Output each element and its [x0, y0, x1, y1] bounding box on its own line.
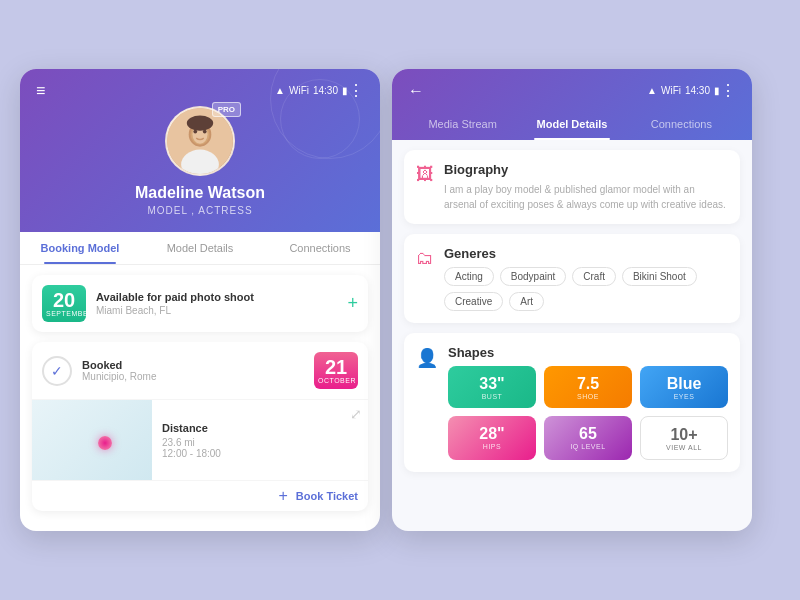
shapes-icon: 👤 — [416, 347, 438, 369]
right-tab-model-details[interactable]: Model Details — [517, 108, 626, 140]
right-time-display: 14:30 — [685, 85, 710, 96]
booking-card2-bottom: Distance 23.6 mi 12:00 - 18:00 ⤢ — [32, 399, 368, 480]
distance-value: 23.6 mi — [162, 437, 334, 448]
book-ticket-bar: + Book Ticket — [32, 480, 368, 511]
booked-info: Booked Municipio, Rome — [82, 359, 304, 382]
booking-card2-top: ✓ Booked Municipio, Rome 21 OCTOBER — [32, 342, 368, 399]
pro-badge: PRO — [212, 102, 241, 117]
tab-model-details[interactable]: Model Details — [140, 232, 260, 264]
genre-art[interactable]: Art — [509, 292, 544, 311]
add-booking-icon[interactable]: + — [347, 293, 358, 314]
right-status-bar: ▲ WiFi 14:30 ▮ — [647, 85, 720, 96]
shapes-grid: 33" BUST 7.5 SHOE Blue EYES 28" — [448, 366, 728, 460]
book-plus-icon[interactable]: + — [279, 487, 288, 505]
genre-acting[interactable]: Acting — [444, 267, 494, 286]
left-header: ≡ ▲ WiFi 14:30 ▮ ⋮ — [20, 69, 380, 232]
profile-section: PRO Madeline Watson MODEL , ACTRESS — [36, 106, 364, 232]
generes-icon: 🗂 — [416, 248, 434, 269]
svg-point-7 — [187, 116, 213, 131]
genre-bodypaint[interactable]: Bodypaint — [500, 267, 566, 286]
generes-card: 🗂 Generes Acting Bodypaint Craft Bikini … — [404, 234, 740, 323]
right-tabs: Media Stream Model Details Connections — [408, 108, 736, 140]
shapes-content: Shapes 33" BUST 7.5 SHOE Blue EYES — [448, 345, 728, 460]
right-panel: ← ▲ WiFi 14:30 ▮ ⋮ Media Stream Model De… — [392, 69, 752, 531]
shape-shoe[interactable]: 7.5 SHOE — [544, 366, 632, 408]
profile-subtitle: MODEL , ACTRESS — [147, 205, 252, 216]
booking-location-1: Miami Beach, FL — [96, 305, 337, 316]
booking-info-1: Available for paid photo shoot Miami Bea… — [96, 291, 337, 316]
expand-icon[interactable]: ⤢ — [344, 400, 368, 428]
left-tabs: Booking Model Model Details Connections — [20, 232, 380, 265]
hamburger-icon[interactable]: ≡ — [36, 82, 45, 100]
right-tab-connections[interactable]: Connections — [627, 108, 736, 140]
shapes-card: 👤 Shapes 33" BUST 7.5 SHOE Blue — [404, 333, 740, 472]
date-badge-1: 20 SEPTEMBER — [42, 285, 86, 322]
right-header-top: ← ▲ WiFi 14:30 ▮ ⋮ — [408, 81, 736, 100]
right-more-icon[interactable]: ⋮ — [720, 81, 736, 100]
genre-tags: Acting Bodypaint Craft Bikini Shoot Crea… — [444, 267, 728, 311]
profile-name: Madeline Watson — [135, 184, 265, 202]
date-badge-2: 21 OCTOBER — [314, 352, 358, 389]
distance-section: Distance 23.6 mi 12:00 - 18:00 — [152, 400, 344, 480]
booked-status: Booked — [82, 359, 304, 371]
booking-day-1: 20 — [46, 290, 82, 310]
shape-hips[interactable]: 28" HIPS — [448, 416, 536, 460]
back-button[interactable]: ← — [408, 82, 424, 100]
booking-title-1: Available for paid photo shoot — [96, 291, 337, 303]
booking-card-2: ✓ Booked Municipio, Rome 21 OCTOBER — [32, 342, 368, 511]
right-signal-icon: ▲ — [647, 85, 657, 96]
shape-eyes[interactable]: Blue EYES — [640, 366, 728, 408]
right-tab-media[interactable]: Media Stream — [408, 108, 517, 140]
shape-view-all[interactable]: 10+ View All — [640, 416, 728, 460]
genre-craft[interactable]: Craft — [572, 267, 616, 286]
tab-connections[interactable]: Connections — [260, 232, 380, 264]
biography-card: 🖼 Biography I am a play boy model & publ… — [404, 150, 740, 224]
distance-label: Distance — [162, 422, 334, 434]
right-body: 🖼 Biography I am a play boy model & publ… — [392, 140, 752, 482]
generes-content: Generes Acting Bodypaint Craft Bikini Sh… — [444, 246, 728, 311]
booked-location: Municipio, Rome — [82, 371, 304, 382]
booking-card-1: 20 SEPTEMBER Available for paid photo sh… — [32, 275, 368, 332]
distance-time: 12:00 - 18:00 — [162, 448, 334, 459]
biography-icon: 🖼 — [416, 164, 434, 185]
generes-title: Generes — [444, 246, 728, 261]
left-body: 20 SEPTEMBER Available for paid photo sh… — [20, 265, 380, 531]
avatar-wrap: PRO — [165, 106, 235, 176]
booking-month-1: SEPTEMBER — [46, 310, 82, 317]
biography-text: I am a play boy model & published glamor… — [444, 182, 728, 212]
left-panel: ≡ ▲ WiFi 14:30 ▮ ⋮ — [20, 69, 380, 531]
shape-iq[interactable]: 65 IQ LEVEL — [544, 416, 632, 460]
genre-creative[interactable]: Creative — [444, 292, 503, 311]
biography-content: Biography I am a play boy model & publis… — [444, 162, 728, 212]
shape-bust[interactable]: 33" BUST — [448, 366, 536, 408]
booking-day-2: 21 — [318, 357, 354, 377]
check-icon: ✓ — [42, 356, 72, 386]
map-section — [32, 400, 152, 480]
book-ticket-button[interactable]: Book Ticket — [296, 490, 358, 502]
tab-booking-model[interactable]: Booking Model — [20, 232, 140, 264]
genre-bikini[interactable]: Bikini Shoot — [622, 267, 697, 286]
right-wifi-icon: WiFi — [661, 85, 681, 96]
booking-month-2: OCTOBER — [318, 377, 354, 384]
right-header: ← ▲ WiFi 14:30 ▮ ⋮ Media Stream Model De… — [392, 69, 752, 140]
shapes-title: Shapes — [448, 345, 728, 360]
biography-title: Biography — [444, 162, 728, 177]
